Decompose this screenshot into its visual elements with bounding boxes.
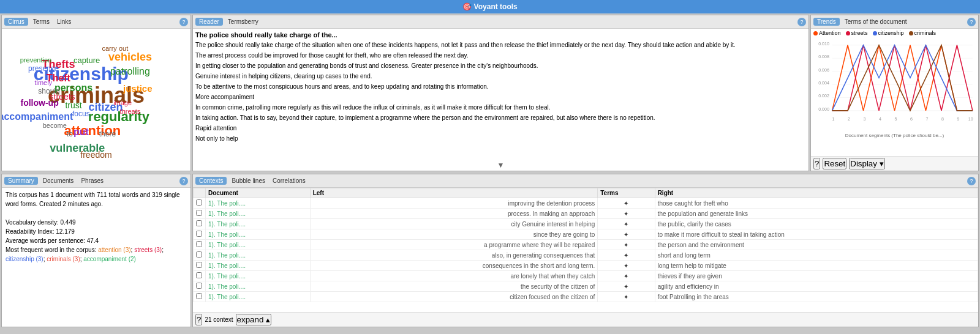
contexts-footer: ? 21 context expand ▴ <box>193 312 978 327</box>
word-cloud-word[interactable]: put <box>74 127 89 138</box>
expand-btn[interactable]: expand ▴ <box>236 314 271 325</box>
summary-btn[interactable]: Summary <box>4 177 38 185</box>
svg-text:3: 3 <box>864 116 866 122</box>
cirrus-btn[interactable]: Cirrus <box>4 18 28 26</box>
reader-paragraph: Not only to help <box>195 135 806 143</box>
trends-help-btn[interactable]: ? <box>967 18 976 26</box>
trends-reset-btn[interactable]: Reset <box>823 158 846 169</box>
frequent-word-link[interactable]: attention (3) <box>98 247 130 253</box>
readability: Readability Index: 12.179 <box>6 227 187 236</box>
cirrus-help-btn[interactable]: ? <box>179 18 188 26</box>
word-cloud-word[interactable]: timely <box>34 79 52 86</box>
bubble-btn[interactable]: Bubble lines <box>229 177 267 185</box>
word-cloud-word[interactable]: trust <box>65 100 81 110</box>
table-row[interactable]: 1). The poli.... improving the detention… <box>194 198 978 209</box>
correlations-btn[interactable]: Correlations <box>270 177 308 185</box>
phrases-btn[interactable]: Phrases <box>78 177 106 185</box>
summary-help-btn[interactable]: ? <box>179 177 188 185</box>
row-left: process. In making an approach <box>310 209 598 219</box>
legend-item[interactable]: Attention <box>813 30 841 36</box>
word-cloud-word[interactable]: accompaniment <box>2 111 73 122</box>
termsberry-btn[interactable]: Termsberry <box>225 18 261 26</box>
trends-display-btn[interactable]: Display ▾ <box>849 158 884 169</box>
legend-item[interactable]: streets <box>846 30 868 36</box>
word-cloud-word[interactable]: prevention <box>20 56 51 64</box>
reader-paragraph: The arrest process could be improved for… <box>195 51 806 60</box>
legend-item[interactable]: citizenship <box>873 30 904 36</box>
reader-btn[interactable]: Reader <box>195 18 223 26</box>
vocab-density-label: Vocabulary density: <box>6 219 59 226</box>
frequent-word-link[interactable]: criminals (3) <box>47 256 80 262</box>
reader-paragraph: In common crime, patrolling more regular… <box>195 103 806 112</box>
app-title-bar: 🎯 Voyant tools <box>0 0 980 13</box>
reader-scroll-down[interactable]: ▼ <box>193 160 809 171</box>
word-cloud: criminalscitizenshipregularitypatrolling… <box>2 29 190 171</box>
word-cloud-word[interactable]: to <box>67 130 73 138</box>
row-checkbox[interactable] <box>194 250 206 261</box>
table-row[interactable]: 1). The poli.... since they are going to… <box>194 229 978 240</box>
cirrus-panel: Cirrus Terms Links ? criminalscitizenshi… <box>1 15 191 171</box>
contexts-help-btn[interactable]: ? <box>967 177 976 185</box>
row-checkbox[interactable] <box>194 271 206 281</box>
word-cloud-word[interactable]: threats <box>120 108 141 115</box>
row-checkbox[interactable] <box>194 281 206 292</box>
table-row[interactable]: 1). The poli.... citizen focused on the … <box>194 292 978 302</box>
table-row[interactable]: 1). The poli.... are lonely that when th… <box>194 271 978 281</box>
table-row[interactable]: 1). The poli.... consequences in the sho… <box>194 261 978 271</box>
row-checkbox[interactable] <box>194 292 206 302</box>
table-row[interactable]: 1). The poli.... also, in generating con… <box>194 250 978 261</box>
row-left: are lonely that when they catch <box>310 271 598 281</box>
row-checkbox[interactable] <box>194 209 206 219</box>
frequent-word-link[interactable]: citizenship (3) <box>6 256 43 262</box>
summary-toolbar: Summary Documents Phrases ? <box>2 174 190 188</box>
contexts-table: Document Left Terms Right 1). The poli..… <box>193 188 978 302</box>
reader-content: The police should really take charge of … <box>193 29 809 160</box>
legend-item[interactable]: criminals <box>909 30 937 36</box>
links-btn[interactable]: Links <box>55 18 74 26</box>
documents-btn[interactable]: Documents <box>40 177 77 185</box>
word-cloud-word[interactable]: capture <box>74 56 100 65</box>
row-checkbox[interactable] <box>194 219 206 229</box>
svg-text:4: 4 <box>879 116 881 122</box>
col-right: Right <box>655 188 978 198</box>
row-right: those caught for theft who <box>655 198 978 209</box>
word-cloud-word[interactable]: become <box>43 122 67 129</box>
word-cloud-word[interactable]: should <box>38 87 59 95</box>
word-cloud-word[interactable]: there <box>99 130 116 138</box>
cirrus-toolbar: Cirrus Terms Links ? <box>2 15 190 29</box>
frequent-word-link[interactable]: accompaniment (2) <box>83 256 136 262</box>
word-cloud-word[interactable]: justice <box>123 83 153 94</box>
chart-area: 0.010 0.008 0.006 0.004 0.002 0.000 <box>811 37 978 156</box>
contexts-footer-help[interactable]: ? <box>195 314 202 325</box>
row-checkbox[interactable] <box>194 229 206 240</box>
trends-footer-help[interactable]: ? <box>813 158 820 169</box>
contexts-btn[interactable]: Contexts <box>195 177 227 185</box>
col-terms: Terms <box>598 188 655 198</box>
terms-btn[interactable]: Terms <box>31 18 52 26</box>
svg-text:0.002: 0.002 <box>818 93 829 98</box>
word-cloud-word[interactable]: freedom <box>80 150 111 160</box>
row-checkbox[interactable] <box>194 198 206 209</box>
word-cloud-word[interactable]: focus <box>72 109 90 118</box>
word-cloud-word[interactable]: follow-up <box>20 98 58 108</box>
table-row[interactable]: 1). The poli.... process. In making an a… <box>194 209 978 219</box>
row-checkbox[interactable] <box>194 261 206 271</box>
row-checkbox[interactable] <box>194 240 206 250</box>
reader-help-btn[interactable]: ? <box>797 18 806 26</box>
word-cloud-word[interactable]: patrolling <box>110 66 150 77</box>
svg-text:7: 7 <box>925 116 928 122</box>
row-left: improving the detention process <box>310 198 598 209</box>
word-cloud-word[interactable]: vehicles <box>108 51 152 64</box>
table-row[interactable]: 1). The poli.... city Genuine interest i… <box>194 219 978 229</box>
trends-btn[interactable]: Trends <box>813 18 840 26</box>
frequent-word-link[interactable]: streets (3) <box>134 247 162 253</box>
word-cloud-word[interactable]: image <box>113 99 132 106</box>
word-cloud-word[interactable]: presence <box>28 64 58 73</box>
word-cloud-container: criminalscitizenshipregularitypatrolling… <box>2 29 190 171</box>
word-cloud-word[interactable]: carry out <box>102 45 128 52</box>
reader-paragraph: In taking action. That is to say, beyond… <box>195 114 806 122</box>
table-row[interactable]: 1). The poli.... the security of the cit… <box>194 281 978 292</box>
reader-toolbar: Reader Termsberry ? <box>193 15 809 29</box>
terms-doc-btn[interactable]: Terms of the document <box>842 18 910 26</box>
table-row[interactable]: 1). The poli.... a programme where they … <box>194 240 978 250</box>
